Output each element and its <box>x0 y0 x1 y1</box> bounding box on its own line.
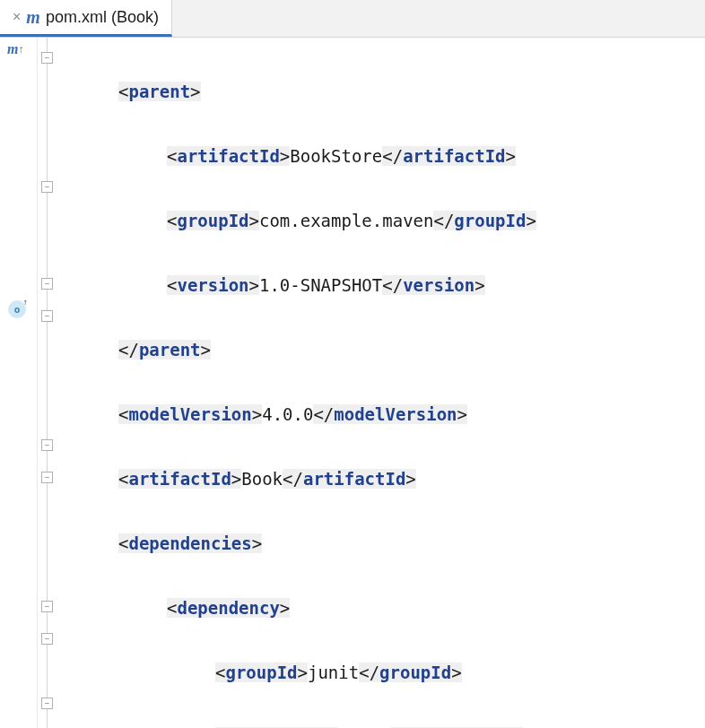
fold-toggle-icon[interactable]: − <box>41 52 53 64</box>
code-line[interactable]: <groupId>junit</groupId> <box>61 656 705 689</box>
fold-gutter: −−−−−−−−− <box>38 38 61 728</box>
tab-bar: × m pom.xml (Book) <box>0 0 705 38</box>
maven-file-icon: m <box>26 7 40 28</box>
code-line[interactable]: <modelVersion>4.0.0</modelVersion> <box>61 398 705 430</box>
code-line[interactable]: </parent> <box>61 334 705 366</box>
bean-gutter-icon[interactable]: o ↑ <box>8 300 30 322</box>
up-arrow-icon: ↑ <box>18 43 23 56</box>
fold-toggle-icon[interactable]: − <box>41 698 53 709</box>
close-tab-icon[interactable]: × <box>13 9 21 25</box>
code-editor[interactable]: <parent> <artifactId>BookStore</artifact… <box>61 38 705 728</box>
fold-toggle-icon[interactable]: − <box>41 310 53 322</box>
fold-toggle-icon[interactable]: − <box>41 439 53 451</box>
gutter-icon-strip: m↑ o ↑ <box>0 38 38 728</box>
code-line[interactable]: <artifactId>junit</artifactId> <box>61 721 705 728</box>
code-line[interactable]: <artifactId>BookStore</artifactId> <box>61 140 705 172</box>
maven-gutter-icon[interactable]: m↑ <box>7 41 23 57</box>
code-line[interactable]: <dependencies> <box>61 527 705 559</box>
editor-area: m↑ o ↑ −−−−−−−−− <parent> <artifactId>Bo… <box>0 38 705 728</box>
code-line[interactable]: <artifactId>Book</artifactId> <box>61 463 705 495</box>
code-line[interactable]: <groupId>com.example.maven</groupId> <box>61 204 705 237</box>
fold-toggle-icon[interactable]: − <box>41 181 53 193</box>
fold-toggle-icon[interactable]: − <box>41 601 53 612</box>
fold-toggle-icon[interactable]: − <box>41 278 53 290</box>
code-line[interactable]: <dependency> <box>61 592 705 624</box>
up-arrow-icon: ↑ <box>22 297 28 307</box>
fold-toggle-icon[interactable]: − <box>41 633 53 645</box>
fold-toggle-icon[interactable]: − <box>41 472 53 483</box>
code-line[interactable]: <version>1.0-SNAPSHOT</version> <box>61 269 705 301</box>
code-line[interactable]: <parent> <box>61 75 705 108</box>
tab-title: pom.xml (Book) <box>46 8 159 27</box>
editor-tab[interactable]: × m pom.xml (Book) <box>0 0 172 37</box>
